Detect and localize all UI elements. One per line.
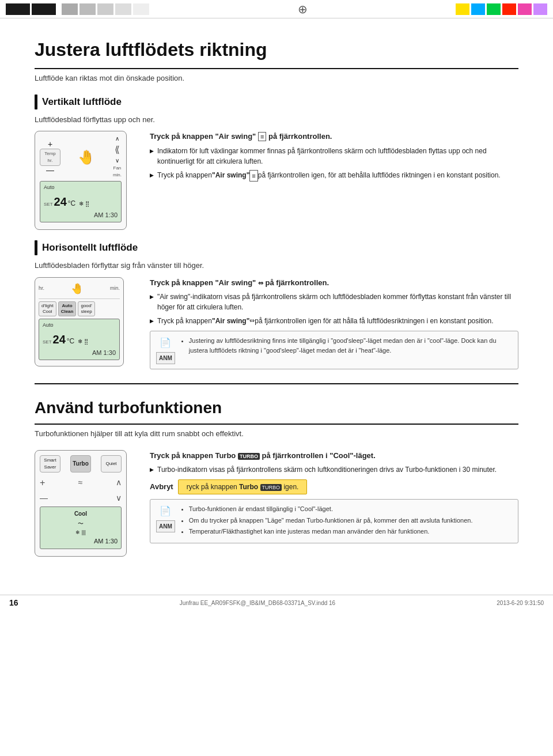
screen2-icons: ❄ ⣿ bbox=[78, 337, 88, 346]
section1-content: + Temphr. — 🤚 ∧ ⟪ ∨ Fanmin. bbox=[35, 131, 518, 230]
screen3-mode: Cool bbox=[44, 509, 118, 518]
hand-swipe-icon: 🤚 bbox=[71, 281, 84, 297]
avbryt-row: Avbryt ryck på knappen Turbo TURBO igen. bbox=[150, 479, 518, 494]
gray-sq-2 bbox=[79, 3, 96, 15]
screen-set-label: SET bbox=[44, 201, 53, 208]
purple-sq bbox=[533, 3, 547, 15]
wave-icon: ≈ bbox=[78, 477, 83, 489]
screen-auto-label: Auto bbox=[44, 184, 118, 192]
airswing-horiz-icon: ⇔ bbox=[258, 279, 263, 286]
section1-instructions: Tryck på knappen "Air swing" ≡ på fjärrk… bbox=[150, 131, 518, 185]
screen2-auto: Auto bbox=[43, 322, 116, 330]
anm3-item-3: Temperatur/Fläkthastighet kan inte juste… bbox=[189, 527, 473, 536]
mode-dlight[interactable]: d'lightCool bbox=[39, 301, 56, 317]
hand-touch-icon: 🤚 bbox=[78, 147, 95, 168]
section1-subtitle: Luftflödesblad förflyttas upp och ner. bbox=[35, 114, 518, 126]
section2-device: hr. 🤚 min. d'lightCool AutoClean good'sl… bbox=[35, 277, 138, 367]
section3-content: SmartSaver Turbo Quiet + ≈ ∧ — ∨ bbox=[35, 450, 518, 557]
screen-time: AM 1:30 bbox=[44, 210, 118, 220]
black-square-1 bbox=[6, 3, 30, 15]
remote-screen-1: Auto SET 24 °C ❄ ⣿ AM 1:30 bbox=[40, 181, 122, 222]
screen2-temp: 24 bbox=[53, 331, 66, 348]
section2-anm-box: 📄 ANM Justering av luftflödesriktning fi… bbox=[150, 331, 518, 369]
airswing-icon-1: ≡ bbox=[258, 132, 266, 141]
down-arrow-icon: ∨ bbox=[116, 492, 122, 504]
section1-title: Vertikalt luftflöde bbox=[42, 94, 122, 109]
section3-device: SmartSaver Turbo Quiet + ≈ ∧ — ∨ bbox=[35, 450, 138, 557]
gray-sq-1 bbox=[62, 3, 78, 15]
anm-label-3: ANM bbox=[156, 520, 175, 532]
main-content: Justera luftflödets riktning Luftflöde k… bbox=[0, 18, 553, 583]
gray-sq-3 bbox=[97, 3, 113, 15]
screen3-icons: ❄ ||| bbox=[44, 529, 118, 537]
mode-auto-clean[interactable]: AutoClean bbox=[58, 301, 77, 317]
screen-temp: 24 bbox=[54, 193, 67, 210]
crosshair-icon: ⊕ bbox=[298, 1, 308, 18]
note-icon: 📄 bbox=[160, 336, 171, 350]
section2-title: Horisontellt luftflöde bbox=[42, 240, 138, 255]
section2-instr-title: Tryck på knappen "Air swing" ⇔ på fjärrk… bbox=[150, 277, 518, 289]
section2-header: Horisontellt luftflöde bbox=[35, 240, 518, 255]
instr3-item-1: Turbo-indikatorn visas på fjärrkontrolle… bbox=[150, 464, 518, 475]
remote-control-1: + Temphr. — 🤚 ∧ ⟪ ∨ Fanmin. bbox=[35, 131, 127, 230]
black-square-2 bbox=[32, 3, 56, 15]
gray-sq-4 bbox=[115, 3, 131, 15]
instr-item-1: Indikatorn för luft växlingar kommer fin… bbox=[150, 146, 518, 167]
remote-screen-3: Cool 〜 ❄ ||| AM 1:30 bbox=[40, 506, 122, 549]
section2-content: hr. 🤚 min. d'lightCool AutoClean good'sl… bbox=[35, 277, 518, 375]
bottom-bar: 16 Junfrau EE_AR09FSFK@_IB&IM_DB68-03371… bbox=[0, 595, 553, 611]
airswing-horiz-icon-2: ⇔ bbox=[249, 316, 255, 326]
section2-instructions: Tryck på knappen "Air swing" ⇔ på fjärrk… bbox=[150, 277, 518, 375]
section3-subtitle: Turbofunktionen hjälper till att kyla di… bbox=[35, 428, 518, 440]
cyan-sq bbox=[471, 3, 485, 15]
up-arrow-icon: ∧ bbox=[116, 477, 122, 489]
page-container: ⊕ Justera luftflödets riktning Luftflöde… bbox=[0, 0, 553, 756]
quiet-btn[interactable]: Quiet bbox=[101, 455, 122, 472]
temp-button[interactable]: + Temphr. — bbox=[40, 149, 60, 166]
section2-bar bbox=[35, 240, 37, 255]
anm3-item-1: Turbo-funktionen är endast tillgänglig i… bbox=[189, 504, 473, 514]
footer-right: 2013-6-20 9:31:50 bbox=[497, 599, 544, 607]
remote-control-3: SmartSaver Turbo Quiet + ≈ ∧ — ∨ bbox=[35, 450, 127, 557]
turbo-btn[interactable]: Turbo bbox=[70, 455, 91, 472]
footer-left: Junfrau EE_AR09FSFK@_IB&IM_DB68-03371A_S… bbox=[180, 599, 336, 607]
screen-icons: ❄ ⣿ bbox=[79, 199, 89, 208]
mode-good-sleep[interactable]: good'sleep bbox=[78, 301, 94, 317]
instr2-item-1: "Air swing"-indikatorn visas på fjärrkon… bbox=[150, 292, 518, 312]
touch-gesture: 🤚 bbox=[78, 147, 95, 168]
top-color-bar: ⊕ bbox=[0, 0, 553, 18]
section3-instr-title: Tryck på knappen Turbo TURBO på fjärrkon… bbox=[150, 450, 518, 462]
main-title: Justera luftflödets riktning bbox=[35, 36, 518, 69]
section3-anm-content: Turbo-funktionen är endast tillgänglig i… bbox=[181, 504, 473, 538]
section3-title: Använd turbofunktionen bbox=[35, 396, 518, 425]
smart-saver-btn[interactable]: SmartSaver bbox=[40, 455, 60, 472]
anm3-item-2: Om du trycker på knappen "Läge" medan Tu… bbox=[189, 516, 473, 526]
remote-control-2: hr. 🤚 min. d'lightCool AutoClean good'sl… bbox=[35, 277, 124, 367]
instr2-item-2: Tryck på knappen "Air swing" ⇔ på fjärrk… bbox=[150, 316, 518, 326]
section2-subtitle: Luftflödesbladen förflyttar sig från vän… bbox=[35, 260, 518, 271]
section1-instr-title: Tryck på knappen "Air swing" ≡ på fjärrk… bbox=[150, 131, 518, 142]
plus-icon: + bbox=[40, 476, 45, 490]
mode-buttons: d'lightCool AutoClean good'sleep bbox=[39, 301, 120, 317]
anm-item: Justering av luftflödesriktning finns in… bbox=[189, 336, 512, 355]
screen2-degree: °C bbox=[67, 336, 74, 346]
section1-header: Vertikalt luftflöde bbox=[35, 94, 518, 109]
screen2-set: SET bbox=[43, 339, 52, 346]
instr-item-2: Tryck på knappen "Air swing" ≡ på fjärrk… bbox=[150, 170, 518, 182]
section-divider bbox=[35, 383, 518, 384]
screen3-time: AM 1:30 bbox=[44, 536, 118, 546]
avbryt-label: Avbryt bbox=[150, 481, 173, 493]
hr-label: hr. bbox=[39, 285, 44, 293]
screen3-wave: 〜 bbox=[44, 519, 118, 528]
fan-arrows: ∧ ⟪ ∨ Fanmin. bbox=[113, 136, 122, 179]
airswing-icon-2: ≡ bbox=[249, 170, 257, 182]
anm-label: ANM bbox=[156, 352, 175, 364]
green-sq bbox=[487, 3, 501, 15]
yellow-sq bbox=[456, 3, 469, 15]
pink-sq bbox=[518, 3, 532, 15]
section1-device: + Temphr. — 🤚 ∧ ⟪ ∨ Fanmin. bbox=[35, 131, 138, 230]
remote-screen-2: Auto SET 24 °C ❄ ⣿ AM 1:30 bbox=[39, 319, 120, 360]
section3-instructions: Tryck på knappen Turbo TURBO på fjärrkon… bbox=[150, 450, 518, 548]
avbryt-box: ryck på knappen Turbo TURBO igen. bbox=[178, 479, 308, 494]
section3-anm-box: 📄 ANM Turbo-funktionen är endast tillgän… bbox=[150, 499, 518, 543]
